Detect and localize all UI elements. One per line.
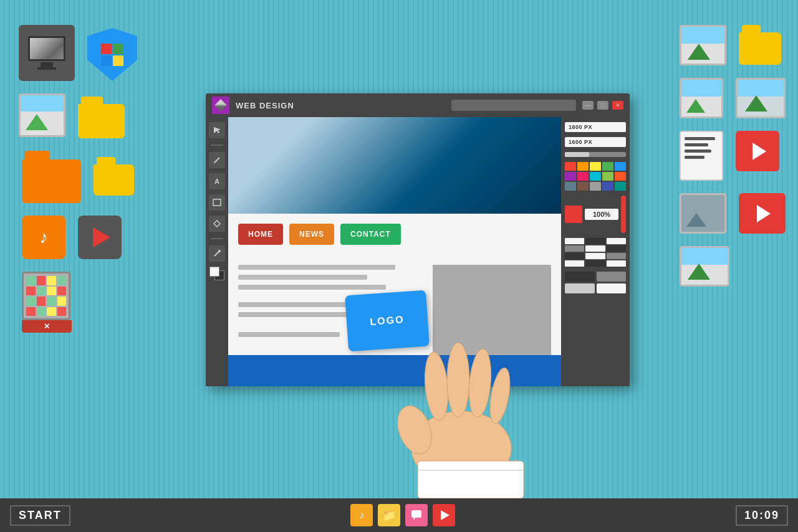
home-nav-button[interactable]: HOME — [238, 224, 283, 245]
doc-line-2 — [685, 143, 708, 146]
swatch-blue-grey[interactable] — [565, 182, 576, 191]
dimension-slider[interactable] — [565, 152, 626, 157]
right-youtube-icon-1[interactable] — [736, 131, 779, 171]
mid-swatch[interactable] — [597, 272, 627, 282]
right-image-grey-1[interactable] — [680, 193, 726, 234]
news-nav-button[interactable]: NEWS — [289, 224, 334, 245]
right-youtube-icon-2[interactable] — [739, 193, 786, 234]
swatch-pink[interactable] — [577, 172, 589, 181]
diamond-tool[interactable] — [209, 216, 225, 232]
pt-cell-5 — [585, 245, 605, 252]
music-icon[interactable]: ♪ — [22, 216, 65, 259]
swatch-blue[interactable] — [615, 162, 626, 171]
yellow-folder-icon[interactable] — [78, 97, 125, 138]
text-line-2 — [238, 275, 367, 280]
yellow-folder-small[interactable] — [94, 157, 134, 196]
pt-cell-1 — [565, 238, 584, 244]
arrow-tool[interactable] — [209, 122, 225, 138]
swatch-orange[interactable] — [577, 162, 589, 171]
swatch-yellow[interactable] — [590, 162, 601, 171]
rect-tool[interactable] — [209, 194, 225, 211]
window-logo — [212, 97, 229, 114]
light-swatch[interactable] — [565, 283, 595, 293]
close-button[interactable]: ✕ — [612, 101, 623, 110]
canvas-area[interactable]: HOME NEWS CONTACT — [228, 117, 561, 386]
right-desktop-icons — [680, 25, 786, 287]
right-image-5[interactable] — [680, 246, 729, 287]
zoom-area: 100% — [565, 196, 626, 233]
start-button[interactable]: START — [10, 505, 70, 526]
computer-icon[interactable] — [19, 25, 75, 81]
folder-body — [78, 104, 125, 138]
window-search-bar[interactable] — [451, 100, 576, 111]
color-swatches-tool[interactable] — [209, 267, 224, 280]
pt-row-2 — [565, 245, 626, 252]
taskbar-music-icon[interactable]: ♪ — [350, 504, 373, 526]
shield-q4 — [113, 55, 123, 66]
swatch-purple[interactable] — [565, 172, 576, 181]
rect-tool-icon — [213, 199, 221, 206]
trash-cell — [47, 276, 56, 285]
white-swatch[interactable] — [597, 283, 627, 293]
text-tool[interactable]: A — [209, 173, 225, 189]
swatch-green[interactable] — [602, 162, 613, 171]
right-image-1[interactable] — [680, 25, 726, 65]
trash-cell — [26, 287, 36, 296]
brush-tool[interactable] — [209, 245, 225, 262]
zoom-slider[interactable] — [621, 196, 626, 233]
swatch-teal[interactable] — [615, 182, 626, 191]
trash-cell — [47, 297, 56, 306]
folder-tab — [81, 97, 103, 104]
right-document-icon[interactable] — [680, 131, 723, 181]
pt-cell-12 — [607, 260, 626, 267]
pt-row-1 — [565, 238, 626, 244]
swatch-grey[interactable] — [590, 182, 601, 191]
main-window: WEB DESIGN — □ ✕ — [206, 93, 630, 386]
svg-line-1 — [214, 158, 219, 163]
taskbar-icons: ♪ 📁 — [350, 504, 455, 526]
video-icon[interactable] — [78, 216, 122, 259]
pt-cell-9 — [607, 253, 626, 259]
swatch-lime[interactable] — [602, 172, 613, 181]
orange-folder-large[interactable] — [22, 151, 81, 203]
text-line-3 — [238, 285, 386, 290]
taskbar-chat-icon[interactable] — [405, 504, 428, 526]
sky-5 — [681, 248, 728, 265]
window-titlebar[interactable]: WEB DESIGN — □ ✕ — [206, 93, 630, 117]
windows-shield-icon[interactable] — [87, 28, 137, 81]
maximize-button[interactable]: □ — [597, 101, 608, 110]
dark-swatch[interactable] — [565, 272, 595, 282]
right-yellow-folder[interactable] — [739, 25, 781, 65]
swatch-indigo[interactable] — [602, 182, 613, 191]
right-image-3[interactable] — [736, 78, 786, 118]
folder-symbol: 📁 — [382, 508, 396, 522]
music-note-symbol: ♪ — [39, 227, 48, 247]
svg-marker-16 — [413, 518, 415, 520]
zoom-label[interactable]: 100% — [585, 209, 618, 220]
monitor-stand — [41, 62, 53, 67]
shield-q1 — [101, 44, 112, 54]
folder-tab-orange — [25, 151, 50, 159]
right-image-2[interactable] — [680, 78, 723, 118]
swatch-brown[interactable] — [577, 182, 589, 191]
image-icon-blue[interactable] — [19, 93, 65, 137]
taskbar-play-icon[interactable] — [433, 504, 455, 526]
taskbar-folder-icon[interactable]: 📁 — [378, 504, 400, 526]
svg-marker-0 — [214, 127, 221, 133]
height-field[interactable]: 1600 PX — [565, 137, 626, 147]
width-field[interactable]: 1600 PX — [565, 122, 626, 132]
minimize-button[interactable]: — — [582, 101, 594, 110]
trash-icon[interactable] — [22, 272, 70, 320]
swatch-deep-orange[interactable] — [615, 172, 626, 181]
logo-card[interactable]: LOGO — [345, 290, 430, 352]
contact-nav-button[interactable]: CONTACT — [340, 224, 401, 245]
sky-2 — [681, 80, 721, 97]
trash-cell — [57, 297, 67, 306]
zoom-indicator — [565, 206, 582, 223]
swatch-cyan[interactable] — [590, 172, 601, 181]
trash-cell — [57, 276, 67, 285]
swatch-red[interactable] — [565, 162, 576, 171]
pen-tool[interactable] — [209, 152, 225, 168]
site-footer-mockup — [228, 355, 561, 386]
trash-cell — [57, 287, 67, 296]
